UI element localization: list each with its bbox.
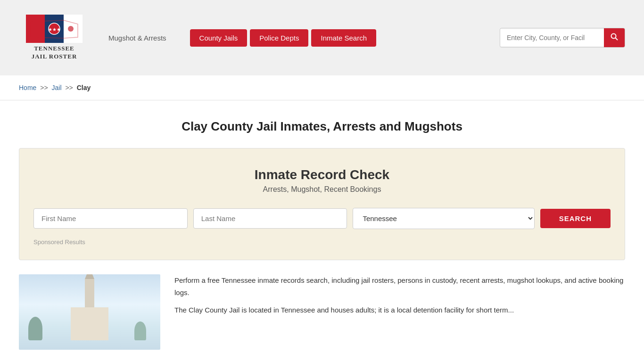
location-image — [19, 274, 160, 350]
inmate-search-form: Tennessee Alabama Georgia Kentucky Virgi… — [33, 208, 611, 229]
page-title: Clay County Jail Inmates, Arrests and Mu… — [19, 119, 625, 134]
tree-right — [134, 321, 146, 340]
svg-text:★★★: ★★★ — [48, 27, 61, 32]
church-roof — [85, 274, 94, 279]
inmate-search-button[interactable]: Inmate Search — [311, 29, 376, 47]
svg-point-7 — [611, 34, 616, 39]
tree-left — [28, 317, 42, 340]
church-illustration — [19, 274, 160, 350]
description-paragraph-1: Perform a free Tennessee inmate records … — [174, 274, 625, 298]
record-check-box: Inmate Record Check Arrests, Mugshot, Re… — [19, 148, 625, 260]
breadcrumb-home[interactable]: Home — [19, 84, 36, 91]
inmate-search-submit[interactable]: SEARCH — [540, 209, 611, 228]
header-search-button[interactable] — [604, 28, 625, 47]
description-paragraph-2: The Clay County Jail is located in Tenne… — [174, 304, 625, 316]
site-header: ★★★ TENNESSEE JAIL ROSTER Mugshot & Arre… — [0, 0, 644, 75]
logo-area: ★★★ TENNESSEE JAIL ROSTER — [19, 15, 90, 61]
record-check-title: Inmate Record Check — [33, 167, 611, 182]
search-icon — [611, 33, 618, 41]
bottom-description: Perform a free Tennessee inmate records … — [174, 274, 625, 350]
mugshot-arrests-link[interactable]: Mugshot & Arrests — [108, 34, 166, 42]
first-name-input[interactable] — [33, 208, 188, 229]
county-jails-button[interactable]: County Jails — [190, 29, 248, 47]
header-search-input[interactable] — [500, 29, 604, 46]
church-body — [71, 307, 108, 340]
sponsored-label: Sponsored Results — [33, 239, 611, 246]
bottom-section: Perform a free Tennessee inmate records … — [19, 274, 625, 350]
breadcrumb-sep2: >> — [65, 84, 73, 91]
breadcrumb-current: Clay — [77, 84, 91, 91]
breadcrumb: Home >> Jail >> Clay — [0, 75, 644, 100]
svg-point-6 — [68, 26, 74, 32]
breadcrumb-jail[interactable]: Jail — [52, 84, 62, 91]
record-check-subtitle: Arrests, Mugshot, Recent Bookings — [33, 185, 611, 194]
tennessee-logo-graphic: ★★★ — [26, 15, 83, 43]
svg-line-8 — [616, 38, 618, 41]
main-content: Clay County Jail Inmates, Arrests and Mu… — [0, 100, 644, 359]
last-name-input[interactable] — [193, 208, 347, 229]
church-steeple — [85, 279, 94, 307]
state-select[interactable]: Tennessee Alabama Georgia Kentucky Virgi… — [353, 208, 534, 229]
main-nav: County Jails Police Depts Inmate Search — [190, 29, 376, 47]
header-search-bar — [500, 28, 625, 48]
logo-text: TENNESSEE JAIL ROSTER — [32, 45, 77, 61]
breadcrumb-sep1: >> — [40, 84, 48, 91]
svg-rect-1 — [26, 15, 45, 43]
police-depts-button[interactable]: Police Depts — [250, 29, 308, 47]
